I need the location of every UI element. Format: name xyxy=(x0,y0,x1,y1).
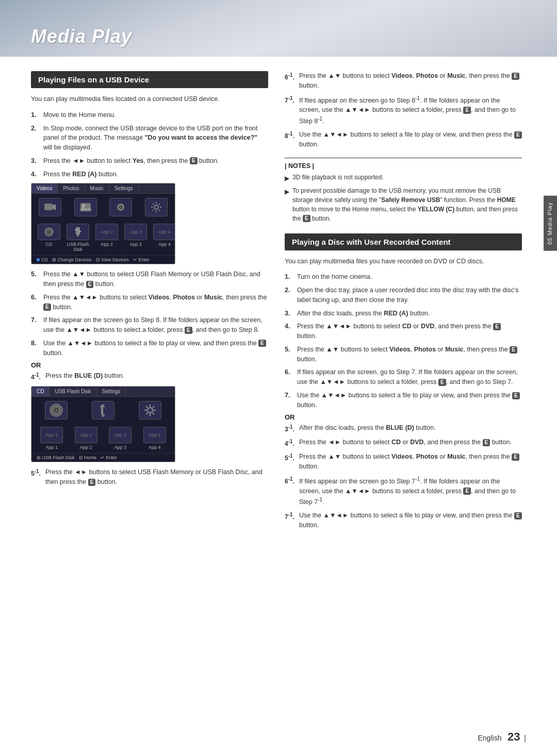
screen-bottom-app2: App 2 App 2 xyxy=(95,224,118,252)
svg-point-7 xyxy=(120,207,121,208)
note-arrow-icon: ▶ xyxy=(285,187,289,223)
enter-icon: E xyxy=(512,73,519,80)
list-item: 2. Open the disc tray, place a user reco… xyxy=(285,285,522,305)
screen-icons-row-1 xyxy=(31,194,175,221)
screen-icon-settings2 xyxy=(139,401,161,419)
svg-point-18 xyxy=(55,410,57,411)
left-column: Playing Files on a USB Device You can pl… xyxy=(31,71,268,534)
right-section-intro: You can play multimedia files you have r… xyxy=(285,257,522,266)
cd-icon xyxy=(43,226,55,238)
main-content: Playing Files on a USB Device You can pl… xyxy=(0,57,557,555)
list-item: 3-1. After the disc loads, press the BLU… xyxy=(285,423,522,434)
screen-mock-1: Videos Photos Music Settings xyxy=(31,183,175,264)
list-item: 7-1. If files appear on the screen go to… xyxy=(285,94,522,127)
screen-tab-music: Music xyxy=(85,183,109,193)
video-camera-icon xyxy=(44,202,56,212)
left-steps-1: 1. Move to the Home menu. 2. In Stop mod… xyxy=(31,110,268,179)
left-alt-step: 4-1. Press the BLUE (D) button. xyxy=(31,371,268,382)
enter-icon: E xyxy=(258,340,266,347)
enter-icon: E xyxy=(493,323,501,330)
list-item: ▶ To prevent possible damage to the USB … xyxy=(285,186,522,223)
list-item: ▶ 3D file playback is not supported. xyxy=(285,173,522,183)
footer: English 23 | xyxy=(478,730,527,744)
header-banner: Media Play xyxy=(0,0,557,57)
right-steps-main: 1. Turn on the home cinema. 2. Open the … xyxy=(285,272,522,410)
enter-icon: E xyxy=(512,453,519,461)
screen-tab-videos: Videos xyxy=(31,183,58,193)
svg-point-19 xyxy=(102,414,105,417)
screen-tab-cd: CD xyxy=(31,387,50,396)
list-item: 8-1. Use the ▲▼◄► buttons to select a fi… xyxy=(285,130,522,149)
enter-icon: E xyxy=(510,346,517,354)
svg-rect-12 xyxy=(76,227,80,234)
screen-bottom2-app4: App 4 App 4 xyxy=(143,427,166,450)
svg-rect-14 xyxy=(75,229,76,230)
cd-large-icon xyxy=(48,402,64,418)
left-section-header: Playing Files on a USB Device xyxy=(31,71,268,88)
enter-icon: E xyxy=(463,488,471,495)
footer-language: English xyxy=(478,734,502,742)
screen-icon-music xyxy=(109,198,132,216)
footer-page-number: 23 xyxy=(507,730,520,743)
screen-icon-settings xyxy=(145,198,168,216)
list-item: 5. Press the ▲▼ buttons to select USB Fl… xyxy=(31,270,268,289)
screen-bottom-usb: USB Flash Disk xyxy=(67,224,89,252)
list-item: 1. Turn on the home cinema. xyxy=(285,272,522,282)
left-steps-2: 5. Press the ▲▼ buttons to select USB Fl… xyxy=(31,270,268,358)
list-item: 7. Use the ▲▼◄► buttons to select a file… xyxy=(285,391,522,410)
left-section-intro: You can play multimedia files located on… xyxy=(31,94,268,104)
svg-point-20 xyxy=(148,408,153,413)
enter-icon: E xyxy=(514,131,522,139)
svg-point-11 xyxy=(48,231,50,232)
enter-icon: E xyxy=(185,327,192,334)
screen-icons-row-2 xyxy=(31,397,175,424)
svg-marker-1 xyxy=(53,204,56,210)
screen-tab-usb: USB Flash Disk xyxy=(50,387,96,396)
svg-rect-15 xyxy=(79,231,81,232)
screen-tabs-1: Videos Photos Music Settings xyxy=(31,183,175,194)
screen-bottom-cd: CD xyxy=(38,224,60,252)
screen-icon-photo xyxy=(74,198,97,216)
svg-rect-13 xyxy=(77,234,79,237)
screen-tab-photos: Photos xyxy=(58,183,85,193)
notes-section: | NOTES | ▶ 3D file playback is not supp… xyxy=(285,158,522,223)
page-title: Media Play xyxy=(31,26,132,47)
list-item: 3. Press the ◄► button to select Yes, th… xyxy=(31,156,268,166)
screen-icon-usb2 xyxy=(92,401,114,419)
right-alt-steps: 3-1. After the disc loads, press the BLU… xyxy=(285,423,522,530)
list-item: 4. Press the RED (A) button. xyxy=(31,170,268,179)
screen-tab-settings: Settings xyxy=(109,183,139,193)
right-left-continuation: 6-1. Press the ▲▼ buttons to select Vide… xyxy=(285,71,522,149)
right-column: 6-1. Press the ▲▼ buttons to select Vide… xyxy=(285,71,522,534)
left-steps-3: 5-1. Press the ◄► buttons to select USB … xyxy=(31,467,268,487)
enter-icon: E xyxy=(43,304,51,311)
screen-mock-2: CD USB Flash Disk Settings xyxy=(31,386,175,462)
list-item: 1. Move to the Home menu. xyxy=(31,110,268,120)
enter-icon: E xyxy=(190,157,198,164)
screen-bottom-app3: App 3 App 3 xyxy=(124,224,147,252)
cd-dot xyxy=(37,258,40,261)
screen-icon-video xyxy=(39,198,61,216)
screen-bottom2-app3: App 3 App 3 xyxy=(109,427,132,450)
right-section-header: Playing a Disc with User Recorded Conten… xyxy=(285,233,522,250)
list-item: 8. Use the ▲▼◄► buttons to select a file… xyxy=(31,339,268,358)
screen-tab-settings2: Settings xyxy=(96,387,126,396)
enter-icon: E xyxy=(303,215,310,222)
list-item: 6-1. If files appear on the screen go to… xyxy=(285,475,522,508)
screen-bottom-row-1: CD USB Flash Disk App 2 xyxy=(31,221,175,255)
screen-tabs-2: CD USB Flash Disk Settings xyxy=(31,387,175,397)
notes-list: ▶ 3D file playback is not supported. ▶ T… xyxy=(285,173,522,223)
enter-icon: E xyxy=(438,379,446,386)
notes-header: | NOTES | xyxy=(285,162,522,170)
list-item: 5-1. Press the ▲▼ buttons to select Vide… xyxy=(285,452,522,472)
screen-source-row-1: CD ⊞ Change Devices ⊟ View Devices ↵ Ent… xyxy=(31,255,175,264)
list-item: 6. Press the ▲▼◄► buttons to select Vide… xyxy=(31,293,268,312)
screen-bottom-app4: App 4 App 4 xyxy=(153,224,175,252)
list-item: 4-1. Press the BLUE (D) button. xyxy=(31,371,268,382)
enter-icon: E xyxy=(483,439,490,446)
screen-bottom2-app2: App 2 App 2 xyxy=(75,427,97,450)
side-tab: 05 Media Play xyxy=(544,196,557,251)
enter-icon: E xyxy=(86,281,94,288)
screen-bottom-row-2: App 1 App 1 App 2 App 2 App 3 App 3 xyxy=(31,424,175,453)
list-item: 5-1. Press the ◄► buttons to select USB … xyxy=(31,467,268,487)
